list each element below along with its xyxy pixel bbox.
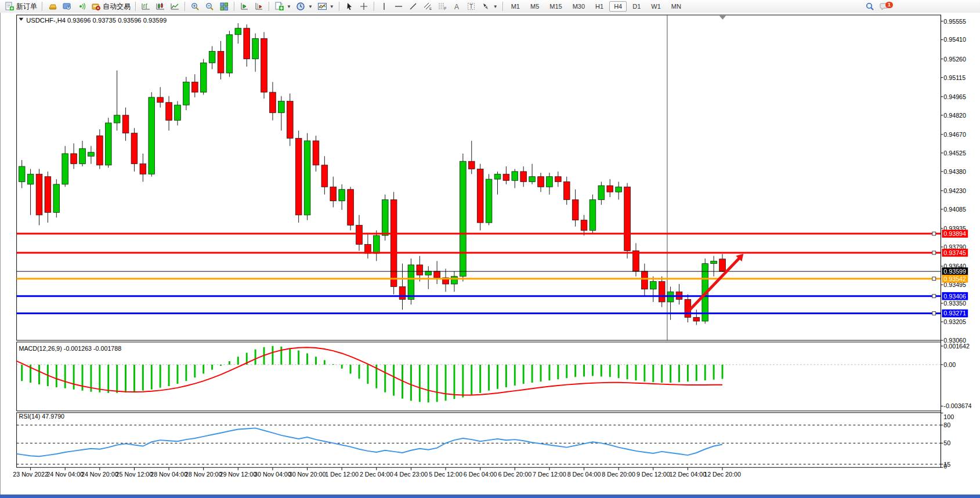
auto-trade-button[interactable]: 自动交易 (89, 1, 133, 12)
svg-text:28 Nov 04:00: 28 Nov 04:00 (150, 471, 187, 478)
equidistant-channel-button[interactable]: E (421, 1, 435, 12)
price-badge: 0.93894 (942, 230, 968, 238)
svg-text:0.95115: 0.95115 (943, 74, 965, 81)
tile-windows-button[interactable] (217, 1, 232, 12)
price-badge: 0.93406 (942, 292, 968, 300)
svg-text:0.94525: 0.94525 (943, 150, 966, 157)
equidistant-channel-icon: E (423, 2, 433, 11)
candle-chart-button[interactable] (153, 1, 168, 12)
horizontal-lines[interactable] (17, 232, 941, 315)
svg-text:0.93406: 0.93406 (943, 293, 966, 300)
indicators-button[interactable]: ▼ (315, 1, 337, 12)
tf-button-h4[interactable]: H4 (609, 1, 627, 12)
tf-button-h1[interactable]: H1 (591, 1, 608, 12)
chevron-down-icon: ▼ (308, 4, 313, 9)
fibonacci-icon: F (437, 2, 447, 11)
chart-shift-marker[interactable] (719, 16, 726, 20)
text-button[interactable]: A (450, 1, 464, 12)
signal-button[interactable] (74, 1, 89, 12)
svg-text:0.93745: 0.93745 (943, 249, 966, 256)
svg-text:0.94820: 0.94820 (943, 112, 966, 119)
svg-text:5 Dec 12:00: 5 Dec 12:00 (429, 471, 462, 478)
svg-text:12 Dec 04:00: 12 Dec 04:00 (670, 471, 707, 478)
auto-scroll-icon (240, 2, 249, 11)
tile-windows-icon (219, 2, 229, 11)
new-order-button[interactable]: 新订单 (2, 1, 39, 12)
text-label-button[interactable]: T (464, 1, 479, 12)
profile-icon (62, 2, 72, 11)
svg-text:6 Dec 20:00: 6 Dec 20:00 (498, 471, 531, 478)
svg-text:7 Dec 12:00: 7 Dec 12:00 (533, 471, 566, 478)
periods-clock-icon (296, 2, 306, 11)
profile-button[interactable] (60, 1, 74, 12)
zoom-out-button[interactable] (202, 1, 217, 12)
tf-button-m1[interactable]: M1 (507, 1, 525, 12)
svg-text:0.93894: 0.93894 (943, 230, 966, 237)
toolbar: 新订单 自动交易 ▼ ▼ ▼ E F A T ▼ (0, 0, 980, 13)
chart-window[interactable]: USDCHF-,H4 0.93696 0.93735 0.93596 0.935… (0, 13, 980, 495)
svg-text:12 Dec 20:00: 12 Dec 20:00 (704, 471, 741, 478)
new-template-button[interactable]: ▼ (272, 1, 294, 12)
svg-text:80: 80 (943, 421, 950, 428)
timeframe-bar: M1M5M15M30H1H4D1W1MN (506, 0, 686, 13)
svg-text:0.95260: 0.95260 (943, 56, 966, 63)
separator (502, 2, 504, 11)
svg-text:24 Nov 04:00: 24 Nov 04:00 (46, 471, 84, 478)
cursor-button[interactable] (342, 1, 357, 12)
tf-button-mn[interactable]: MN (667, 1, 686, 12)
svg-text:0.93542: 0.93542 (943, 275, 966, 282)
auto-trade-label: 自动交易 (103, 2, 131, 12)
auto-scroll-button[interactable] (237, 1, 252, 12)
macd-pane (13, 346, 941, 402)
svg-text:8 Dec 04:00: 8 Dec 04:00 (567, 471, 601, 478)
line-handle (932, 312, 936, 315)
new-template-icon (274, 2, 284, 11)
notifications-icon[interactable]: 1 (880, 2, 889, 11)
search-icon[interactable] (865, 2, 875, 11)
gold-bar-button[interactable] (45, 1, 60, 12)
candlesticks (10, 23, 725, 325)
chevron-down-icon: ▼ (330, 4, 334, 9)
window-bottom-edge (0, 495, 980, 498)
svg-text:0.94380: 0.94380 (943, 168, 966, 175)
svg-text:100: 100 (943, 413, 954, 420)
candle-chart-icon (156, 2, 165, 11)
svg-text:29 Nov 12:00: 29 Nov 12:00 (219, 471, 256, 478)
line-handle (932, 277, 936, 281)
tf-button-d1[interactable]: D1 (628, 1, 645, 12)
horizontal-line-button[interactable] (392, 1, 406, 12)
zoom-in-button[interactable] (188, 1, 202, 12)
signal-icon (77, 2, 86, 11)
line-chart-button[interactable] (168, 1, 182, 12)
line-handle (932, 232, 936, 235)
text-icon: A (452, 2, 462, 11)
price-badge: 0.93271 (942, 310, 968, 318)
chart-shift-icon (254, 2, 264, 11)
time-axis: 23 Nov 202224 Nov 04:0024 Nov 20:0025 No… (13, 467, 741, 478)
chart-canvas[interactable]: USDCHF-,H4 0.93696 0.93735 0.93596 0.935… (1, 13, 980, 495)
bar-chart-button[interactable] (139, 1, 153, 12)
svg-text:USDCHF-,H4 0.93696 0.93735 0.: USDCHF-,H4 0.93696 0.93735 0.93596 0.935… (26, 17, 167, 24)
vertical-line-button[interactable] (377, 1, 392, 12)
arrows-button[interactable]: ▼ (479, 1, 500, 12)
tf-button-m15[interactable]: M15 (545, 1, 566, 12)
periods-button[interactable]: ▼ (294, 1, 315, 12)
svg-text:1 Dec 12:00: 1 Dec 12:00 (325, 471, 359, 478)
chart-shift-button[interactable] (252, 1, 266, 12)
tf-button-w1[interactable]: W1 (646, 1, 666, 12)
separator (374, 2, 375, 11)
svg-text:23 Nov 2022: 23 Nov 2022 (13, 471, 48, 478)
price-axis: 0.955550.954100.952600.951150.949650.948… (941, 15, 966, 467)
auto-trade-icon (91, 2, 101, 11)
crosshair-button[interactable] (357, 1, 371, 12)
line-handle (932, 251, 936, 255)
svg-text:0.93271: 0.93271 (943, 310, 966, 317)
trendline-button[interactable] (406, 1, 421, 12)
fibonacci-button[interactable]: F (435, 1, 450, 12)
svg-text:6 Dec 04:00: 6 Dec 04:00 (464, 471, 497, 478)
tf-button-m30[interactable]: M30 (568, 1, 590, 12)
tf-button-m5[interactable]: M5 (526, 1, 544, 12)
line-chart-icon (170, 2, 180, 11)
svg-text:0.93350: 0.93350 (943, 300, 966, 307)
cursor-icon (345, 2, 355, 11)
